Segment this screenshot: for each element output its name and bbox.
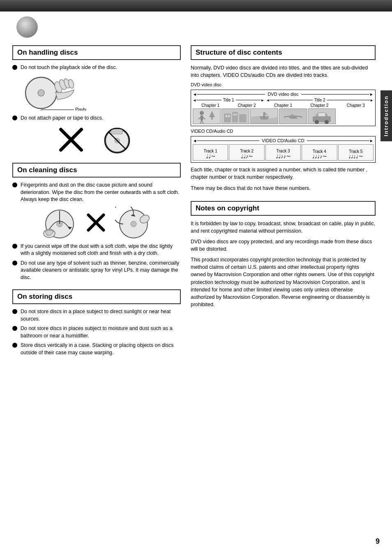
chap-img-4: [308, 108, 336, 124]
chap-label-0: Chapter 1: [193, 103, 228, 108]
copyright-para2: DVD video discs are copy protected, and …: [191, 238, 376, 253]
svg-rect-43: [240, 115, 246, 122]
storing-title: On storing discs: [17, 293, 176, 301]
track-label-4: Track 4: [313, 149, 326, 154]
handling-text2: Do not attach paper or tape to discs.: [21, 115, 104, 122]
side-tab-label: Introduction: [383, 95, 389, 136]
svg-rect-40: [233, 112, 238, 122]
title1-label: Title 1: [221, 98, 236, 102]
logo-ball-icon: [16, 16, 38, 38]
cleaning-section: On cleaning discs Fingerprints and dust …: [12, 163, 181, 284]
title-labels-row: ◄ Title 1 ► ◄ Title 2 ►: [193, 98, 374, 102]
svg-rect-27: [194, 109, 220, 124]
copyright-section: Notes on copyright It is forbidden by la…: [191, 201, 376, 312]
bullet-dot4: [12, 244, 17, 249]
page-number: 9: [376, 537, 380, 546]
bullet-dot2: [12, 115, 17, 120]
chap-label-3: Chapter 2: [302, 103, 337, 108]
vcd-label: VIDEO CD/Audio CD: [191, 129, 376, 134]
cleaning-bad-svg: [115, 207, 152, 240]
chap-img-1: [221, 108, 249, 124]
storing-text1: Do not store discs in a place subject to…: [21, 308, 181, 323]
dvd-label: DVD video disc: [191, 82, 376, 87]
chapter-labels-row: Chapter 1 Chapter 2 Chapter 1 Chapter 2 …: [193, 103, 374, 108]
cleaning-diagram: [12, 207, 181, 240]
cleaning-title-box: On cleaning discs: [12, 163, 181, 178]
track-label-2: Track 2: [240, 149, 254, 153]
bullet-dot5: [12, 261, 17, 265]
vcd-structure-diagram: ◄ VIDEO CD/Audio CD ► Track 1 ♩♩ 〜: [191, 136, 376, 163]
storing-bullet1: Do not store discs in a place subject to…: [12, 308, 181, 323]
title2-label: Title 2: [313, 98, 327, 102]
cleaning-bullet1: Fingerprints and dust on the disc cause …: [12, 182, 181, 203]
copyright-para1: It is forbidden by law to copy, broadcas…: [191, 220, 376, 235]
handling-title: On handling discs: [17, 48, 176, 57]
dvd-structure-diagram: ◄ DVD video disc ► ◄ Title 1 ►: [191, 90, 376, 126]
svg-rect-35: [211, 117, 213, 120]
copyright-para3: This product incorporates copyright prot…: [191, 256, 376, 308]
x-mark-svg: [58, 126, 90, 153]
storing-text2: Do not store discs in places subject to …: [21, 325, 181, 339]
left-column: On handling discs Do not touch the playb…: [12, 45, 181, 533]
track-label-3: Track 3: [277, 149, 290, 153]
chapter-images-row: [193, 108, 374, 124]
structure-explanation2: There may be discs that do not have thes…: [191, 185, 376, 192]
cleaning-bullet3: Do not use any type of solvent such as t…: [12, 260, 181, 282]
disc-hand-svg: Playback side: [21, 76, 86, 111]
chap-label-1: Chapter 2: [229, 103, 264, 108]
chap-img-3: [279, 108, 307, 124]
svg-point-48: [289, 115, 297, 119]
chap-label-2: Chapter 1: [265, 103, 301, 108]
handling-section: On handling discs Do not touch the playb…: [12, 45, 181, 157]
storing-title-box: On storing discs: [12, 289, 181, 304]
handling-diagram: Playback side: [21, 76, 181, 111]
svg-rect-45: [263, 112, 265, 117]
handling-text1: Do not touch the playback side of the di…: [21, 64, 117, 72]
vcd-outer-label-row: ◄ VIDEO CD/Audio CD ►: [193, 138, 374, 143]
track-box-1: Track 1 ♩♩ 〜: [193, 144, 228, 161]
structure-explanation1: Each title, chapter or track is assigned…: [191, 166, 376, 181]
storing-bullet2: Do not store discs in places subject to …: [12, 325, 181, 339]
handling-title-box: On handling discs: [12, 45, 181, 60]
svg-point-1: [38, 90, 44, 96]
cleaning-x-svg: [86, 213, 107, 233]
cleaning-text3: Do not use any type of solvent such as t…: [21, 260, 181, 282]
cleaning-text2: If you cannot wipe off the dust with a s…: [21, 243, 181, 257]
storing-section: On storing discs Do not store discs in a…: [12, 289, 181, 359]
bullet-dot8: [12, 343, 17, 348]
structure-title-box: Structure of disc contents: [191, 45, 376, 60]
svg-rect-42: [235, 114, 237, 115]
bullet-dot6: [12, 309, 17, 314]
track-label-5: Track 5: [349, 149, 362, 154]
vcd-outer-label: VIDEO CD/Audio CD: [259, 138, 307, 143]
handling-bullet2: Do not attach paper or tape to discs.: [12, 115, 181, 122]
svg-rect-29: [201, 115, 203, 120]
top-bar: [0, 0, 392, 12]
bullet-dot: [12, 65, 17, 70]
track-box-3: Track 3 ♩♩♪♪ 〜: [265, 144, 301, 161]
svg-rect-41: [233, 114, 235, 115]
svg-rect-53: [318, 113, 325, 116]
bullet-dot3: [12, 182, 17, 187]
dvd-outer-label: DVD video disc: [265, 92, 301, 97]
handling-diagram2: [12, 125, 181, 154]
track-box-4: Track 4 ♩♩♩♪ 〜: [302, 144, 337, 161]
structure-section: Structure of disc contents Normally, DVD…: [191, 45, 376, 195]
storing-text3: Store discs vertically in a case. Stacki…: [21, 342, 181, 356]
chap-img-0: [193, 108, 221, 124]
track-box-5: Track 5 ♩♩♩♩ 〜: [338, 144, 374, 161]
structure-intro: Normally, DVD video discs are divided in…: [191, 64, 376, 79]
svg-text:Playback side: Playback side: [75, 107, 86, 111]
chap-img-2: [250, 108, 278, 124]
side-tab-introduction: Introduction: [380, 90, 392, 141]
chap-label-4: Chapter 3: [338, 103, 374, 108]
svg-point-28: [200, 111, 204, 115]
copyright-title-box: Notes on copyright: [191, 201, 376, 216]
cleaning-title: On cleaning discs: [17, 166, 176, 174]
track-box-2: Track 2 ♩♩♪ 〜: [229, 144, 264, 161]
track-label-1: Track 1: [204, 149, 217, 153]
bullet-dot7: [12, 326, 17, 331]
main-content: On handling discs Do not touch the playb…: [12, 45, 376, 533]
handling-bullet1: Do not touch the playback side of the di…: [12, 64, 181, 72]
cleaning-good-svg: [41, 207, 78, 240]
